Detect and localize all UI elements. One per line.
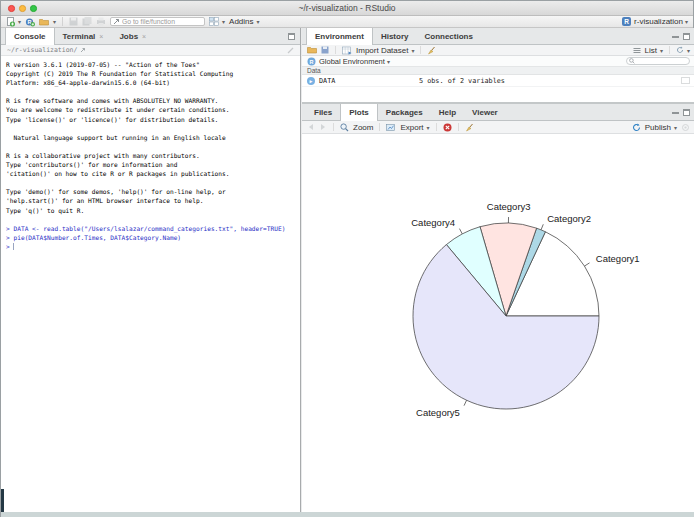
open-file-caret-icon[interactable]: ▾: [53, 18, 56, 25]
goto-arrow-icon: [113, 18, 120, 25]
console-output-line: 'help.start()' for an HTML browser inter…: [6, 196, 300, 205]
list-view-caret-icon[interactable]: ▾: [660, 47, 663, 54]
panes-layout-icon[interactable]: [209, 17, 219, 26]
project-menu-button[interactable]: R r-visualization ▾: [622, 17, 688, 26]
main-toolbar: ▾ R ▾ ▾ Addins ▾ R r-visualization ▾: [1, 16, 693, 28]
import-dataset-button[interactable]: Import Dataset: [356, 46, 408, 55]
console-input-line: > DATA <- read.table("/Users/lsalazar/co…: [6, 224, 300, 233]
working-directory-bar: ~/r-visualization/: [1, 45, 300, 56]
maximize-pane-icon[interactable]: [288, 33, 295, 40]
environment-scope-selector[interactable]: Global Environment: [319, 57, 385, 66]
pie-slice-label: Category3: [487, 201, 531, 212]
pie-label-tick: [541, 224, 543, 230]
export-plot-icon[interactable]: [386, 123, 396, 132]
minimize-window-button[interactable]: [19, 5, 26, 12]
data-section-label: Data: [307, 67, 321, 74]
titlebar: ~/r-visualization - RStudio: [1, 1, 693, 16]
plots-toolbar-divider: [458, 123, 459, 131]
tab-plots[interactable]: Plots: [340, 104, 378, 121]
publish-caret-icon[interactable]: ▾: [674, 124, 677, 131]
tab-terminal[interactable]: Terminal×: [55, 28, 112, 44]
maximize-pane-icon[interactable]: [683, 109, 690, 116]
window-bottom-edge: [1, 512, 694, 517]
plots-window-controls: [672, 109, 690, 116]
tab-packages[interactable]: Packages: [378, 104, 431, 120]
close-window-button[interactable]: [8, 5, 15, 12]
maximize-pane-icon[interactable]: [683, 33, 690, 40]
addins-caret-icon[interactable]: ▾: [257, 18, 260, 25]
view-data-grid-icon[interactable]: [681, 77, 690, 84]
goto-file-input[interactable]: [122, 18, 200, 25]
tab-connections[interactable]: Connections: [416, 28, 480, 44]
tab-history[interactable]: History: [373, 28, 417, 44]
scope-caret-icon[interactable]: ▾: [387, 58, 390, 65]
tab-viewer[interactable]: Viewer: [464, 104, 506, 120]
clear-plots-broom-icon[interactable]: [465, 123, 474, 132]
zoom-plot-icon[interactable]: [340, 123, 349, 132]
tab-console[interactable]: Console: [5, 28, 55, 45]
new-file-caret-icon[interactable]: ▾: [18, 18, 21, 25]
publish-button[interactable]: Publish: [645, 123, 671, 132]
save-icon: [69, 17, 78, 26]
zoom-window-button[interactable]: [30, 5, 37, 12]
tab-help[interactable]: Help: [431, 104, 464, 120]
svg-text:R: R: [310, 58, 314, 64]
close-tab-icon[interactable]: ×: [142, 33, 146, 40]
remove-plot-icon[interactable]: [443, 123, 452, 132]
env-toolbar-divider: [335, 46, 336, 54]
tab-files[interactable]: Files: [306, 104, 340, 120]
export-caret-icon[interactable]: ▾: [427, 124, 430, 131]
console-output[interactable]: R version 3.6.1 (2019-07-05) -- "Action …: [1, 56, 300, 251]
environment-object-row[interactable]: ▶DATA5 obs. of 2 variables: [302, 75, 694, 87]
tab-environment[interactable]: Environment: [306, 28, 373, 45]
tab-jobs[interactable]: Jobs×: [111, 28, 154, 44]
tab-label: Help: [439, 108, 456, 117]
desktop-corner: [1, 489, 4, 512]
minimize-pane-icon[interactable]: [672, 33, 679, 40]
publish-icon[interactable]: [632, 123, 641, 132]
environment-search-box[interactable]: [626, 57, 690, 65]
new-file-icon[interactable]: [6, 17, 15, 27]
import-dataset-caret-icon[interactable]: ▾: [411, 47, 414, 54]
list-view-icon[interactable]: [633, 47, 641, 54]
console-input-line: > pie(DATA$Number.of.Times, DATA$Categor…: [6, 233, 300, 242]
minimize-pane-icon[interactable]: [672, 109, 679, 116]
zoom-plot-button[interactable]: Zoom: [353, 123, 373, 132]
close-tab-icon[interactable]: ×: [99, 33, 103, 40]
open-file-icon[interactable]: [39, 17, 50, 26]
refresh-icon[interactable]: [676, 46, 684, 54]
console-output-line: Type 'demo()' for some demos, 'help()' f…: [6, 187, 300, 196]
load-workspace-icon[interactable]: [307, 46, 317, 54]
addins-button[interactable]: Addins: [229, 17, 253, 26]
pie-chart: Category1Category2Category3Category4Cate…: [302, 134, 694, 512]
next-plot-icon: [319, 123, 327, 131]
expand-object-icon[interactable]: ▶: [307, 77, 315, 85]
clear-objects-broom-icon[interactable]: [427, 46, 436, 55]
tab-label: Console: [14, 32, 46, 41]
tab-label: Jobs: [119, 32, 138, 41]
panes-caret-icon[interactable]: ▾: [222, 18, 225, 25]
goto-working-dir-icon[interactable]: [80, 47, 86, 53]
console-output-line: R is a collaborative project with many c…: [6, 151, 300, 160]
tab-label: Connections: [424, 32, 472, 41]
data-section-header: Data: [302, 67, 694, 75]
refresh-caret-icon[interactable]: ▾: [687, 47, 690, 54]
files-tabbar: FilesPlotsPackagesHelpViewer: [302, 104, 694, 121]
workspace: ConsoleTerminal×Jobs× ~/r-visualization/…: [1, 28, 693, 512]
console-prompt[interactable]: >: [6, 242, 300, 251]
import-dataset-icon[interactable]: [342, 46, 352, 55]
search-icon: [629, 58, 635, 64]
list-view-button[interactable]: List: [645, 46, 657, 55]
console-output-line: R is free software and comes with ABSOLU…: [6, 96, 300, 105]
save-workspace-icon[interactable]: [321, 46, 329, 54]
previous-plot-icon: [307, 123, 315, 131]
environment-toolbar: Import Dataset ▾ List ▾ ▾: [302, 45, 694, 56]
new-project-icon[interactable]: R: [25, 17, 35, 27]
goto-file-search[interactable]: [110, 17, 205, 26]
export-plot-button[interactable]: Export: [400, 123, 423, 132]
pie-slice-label: Category2: [547, 213, 591, 224]
environment-scope-row: R Global Environment ▾: [302, 56, 694, 67]
console-output-line: Natural language support but running in …: [6, 133, 300, 142]
tab-label: Viewer: [472, 108, 498, 117]
environment-object-list: ▶DATA5 obs. of 2 variables: [302, 75, 694, 87]
